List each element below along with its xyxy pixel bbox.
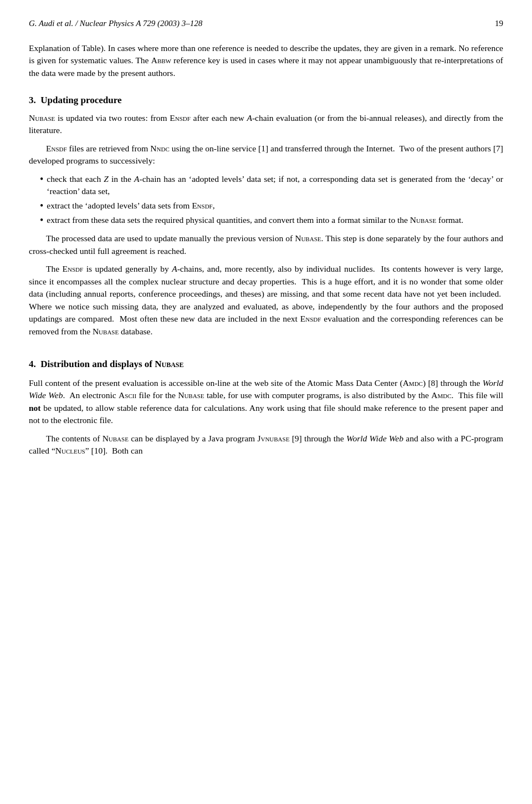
section3-p3: The processed data are used to update ma… bbox=[29, 232, 503, 257]
ascii-sc: Ascii bbox=[119, 390, 136, 400]
section4-title: Distribution and displays of Nubase bbox=[40, 359, 183, 369]
bullet-dot-3: • bbox=[40, 214, 43, 227]
page: G. Audi et al. / Nuclear Physics A 729 (… bbox=[0, 0, 532, 804]
bullet-item-2: • extract the ‘adopted levels’ data sets… bbox=[40, 200, 503, 212]
section3-p4: The Ensdf is updated generally by A-chai… bbox=[29, 263, 503, 338]
jvnubase-sc: Jvnubase bbox=[257, 434, 289, 443]
ensdf-sc-2: Ensdf bbox=[46, 144, 67, 153]
nubase-sc-3: Nubase bbox=[103, 434, 129, 443]
nndc-sc: Nndc bbox=[150, 144, 169, 153]
ensdf-sc-3: Ensdf bbox=[63, 264, 84, 273]
section3-p2: Ensdf files are retrieved from Nndc usin… bbox=[29, 143, 503, 167]
nubase-sc-section4: Nubase bbox=[155, 359, 183, 369]
section4-p1: Full content of the present evaluation i… bbox=[29, 377, 503, 427]
bullet-list: • check that each Z in the A-chain has a… bbox=[40, 173, 503, 227]
bullet-text-3: extract from these data sets the require… bbox=[47, 214, 463, 226]
section3-p1: Nubase is updated via two routes: from E… bbox=[29, 112, 503, 137]
bullet-dot-2: • bbox=[40, 200, 43, 212]
ensdf-sc-1: Ensdf bbox=[170, 113, 191, 123]
section4-heading: 4. Distribution and displays of Nubase bbox=[29, 358, 503, 372]
section3-title: Updating procedure bbox=[40, 95, 121, 105]
page-header: G. Audi et al. / Nuclear Physics A 729 (… bbox=[29, 18, 503, 30]
section4-p2: The contents of Nubase can be displayed … bbox=[29, 432, 503, 457]
amdc-sc-1: Amdc bbox=[403, 378, 423, 388]
section3-heading: 3. Updating procedure bbox=[29, 94, 503, 108]
header-page-number: 19 bbox=[495, 18, 503, 30]
wwweb-italic-2: World Wide Web bbox=[346, 434, 403, 443]
not-bold: not bbox=[29, 403, 41, 413]
nubase-sc-2: Nubase bbox=[295, 233, 321, 243]
amdc-sc-2: Amdc bbox=[431, 390, 451, 400]
section4-number: 4. bbox=[29, 359, 36, 369]
a-chain-italic-1: A bbox=[247, 113, 252, 123]
bullet-item-3: • extract from these data sets the requi… bbox=[40, 214, 503, 227]
header-journal: G. Audi et al. / Nuclear Physics A 729 (… bbox=[29, 18, 202, 30]
bullet-text-2: extract the ‘adopted levels’ data sets f… bbox=[47, 200, 214, 212]
intro-paragraph: Explanation of Table). In cases where mo… bbox=[29, 42, 503, 79]
bullet-dot-1: • bbox=[40, 173, 43, 186]
nubase-sc-1: Nubase bbox=[29, 113, 55, 123]
bullet-item-1: • check that each Z in the A-chain has a… bbox=[40, 173, 503, 198]
nucleus-sc: Nucleus bbox=[55, 446, 85, 455]
abbw-smallcaps: Abbw bbox=[151, 55, 171, 65]
section3-number: 3. bbox=[29, 95, 36, 105]
bullet-text-1: check that each Z in the A-chain has an … bbox=[47, 173, 503, 198]
